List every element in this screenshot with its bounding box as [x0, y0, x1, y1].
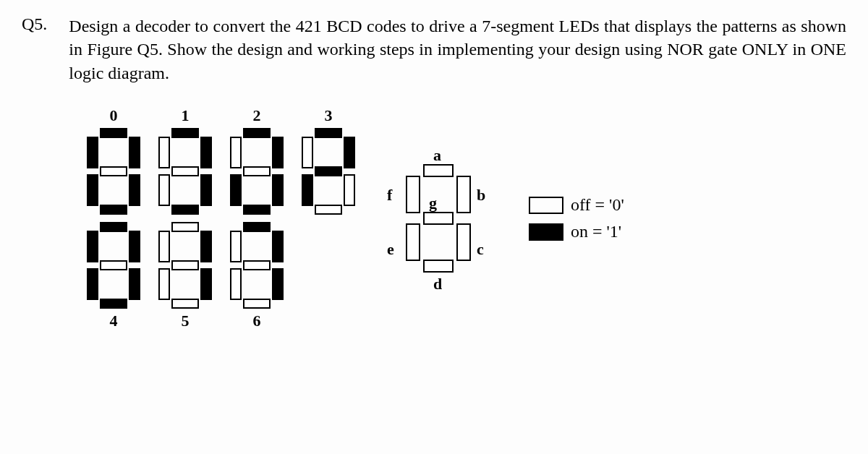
pattern-label: 5	[182, 312, 190, 330]
seg-a	[100, 128, 127, 138]
ref-seg-e	[406, 223, 420, 261]
seven-seg-display	[302, 128, 355, 215]
ref-seg-g	[423, 212, 454, 225]
seg-d	[100, 299, 127, 309]
seg-c	[272, 268, 284, 300]
seg-f	[87, 231, 98, 262]
seg-d	[243, 299, 271, 309]
seg-g	[315, 166, 342, 176]
seg-b	[129, 231, 140, 262]
seg-f	[87, 137, 98, 168]
seg-d	[100, 205, 127, 215]
seg-e	[158, 268, 170, 300]
seg-d	[243, 205, 271, 215]
seg-g	[171, 260, 199, 270]
seg-e	[230, 268, 242, 300]
pattern-label: 6	[253, 312, 261, 330]
ref-label-b: b	[477, 186, 485, 205]
seven-seg-display	[230, 128, 284, 215]
seg-e	[158, 174, 170, 206]
pattern-label: 3	[325, 106, 333, 125]
seg-e	[230, 174, 242, 206]
pattern-cell: 6	[230, 222, 284, 330]
seg-c	[272, 174, 284, 206]
pattern-cell: 1	[158, 106, 212, 215]
seg-g	[243, 260, 271, 270]
pattern-cell: 3	[302, 106, 355, 215]
seg-e	[87, 174, 98, 206]
seg-f	[230, 137, 242, 168]
seg-d	[171, 205, 199, 215]
question-row: Q5. Design a decoder to convert the 421 …	[22, 14, 846, 85]
seg-g	[171, 166, 199, 176]
ref-seg-b	[456, 176, 471, 213]
pattern-cell: 5	[158, 222, 212, 330]
seg-f	[302, 137, 313, 168]
seven-seg-display	[230, 222, 284, 309]
seg-b	[272, 231, 284, 262]
seven-seg-display	[87, 128, 140, 215]
question-text: Design a decoder to convert the 421 BCD …	[69, 14, 846, 85]
figure-area: 0123456 a b c d e f g off = '0' on = '1'	[87, 106, 846, 330]
ref-label-c: c	[477, 240, 484, 259]
seg-c	[129, 268, 140, 300]
ref-label-f: f	[387, 186, 392, 205]
seg-f	[158, 137, 170, 168]
ref-label-e: e	[387, 240, 394, 259]
seg-d	[171, 299, 199, 309]
seven-seg-display	[158, 222, 212, 309]
ref-label-d: d	[433, 275, 442, 294]
legend-off-text: off = '0'	[571, 195, 624, 215]
segment-reference: a b c d e f g	[384, 146, 500, 291]
seg-a	[243, 222, 271, 232]
pattern-cell: 0	[87, 106, 140, 215]
seg-c	[344, 174, 355, 206]
seg-g	[100, 166, 127, 176]
legend-off-swatch	[529, 197, 563, 214]
seven-seg-display	[158, 128, 212, 215]
seg-b	[272, 137, 284, 168]
ref-seg-d	[423, 260, 454, 273]
legend-off-row: off = '0'	[529, 195, 624, 215]
legend-on-swatch	[529, 223, 563, 241]
pattern-label: 1	[182, 106, 190, 125]
seven-seg-display	[87, 222, 140, 309]
pattern-label: 0	[110, 106, 118, 125]
seg-a	[243, 128, 271, 138]
legend-on-row: on = '1'	[529, 222, 624, 241]
seg-a	[171, 128, 199, 138]
ref-label-a: a	[433, 146, 441, 165]
seg-g	[243, 166, 271, 176]
pattern-label: 4	[110, 312, 118, 330]
seg-a	[315, 128, 342, 138]
seg-d	[315, 205, 342, 215]
legend-on-text: on = '1'	[571, 222, 621, 241]
seg-e	[302, 174, 313, 206]
seg-f	[230, 231, 242, 262]
seg-b	[200, 231, 212, 262]
patterns-grid: 0123456	[87, 106, 355, 330]
seg-g	[100, 260, 127, 270]
seg-c	[200, 268, 212, 300]
seg-e	[87, 268, 98, 300]
seg-f	[158, 231, 170, 262]
seg-c	[129, 174, 140, 206]
legend: off = '0' on = '1'	[529, 195, 624, 241]
seg-a	[171, 222, 199, 232]
ref-seg-a	[423, 164, 454, 177]
seg-a	[100, 222, 127, 232]
pattern-label: 2	[253, 106, 261, 125]
pattern-cell: 4	[87, 222, 140, 330]
seven-seg-reference	[406, 164, 471, 273]
seg-b	[344, 137, 355, 168]
seg-b	[200, 137, 212, 168]
pattern-cell: 2	[230, 106, 284, 215]
ref-seg-c	[456, 223, 471, 261]
question-label: Q5.	[22, 14, 47, 34]
seg-c	[200, 174, 212, 206]
seg-b	[129, 137, 140, 168]
ref-seg-f	[406, 176, 420, 213]
